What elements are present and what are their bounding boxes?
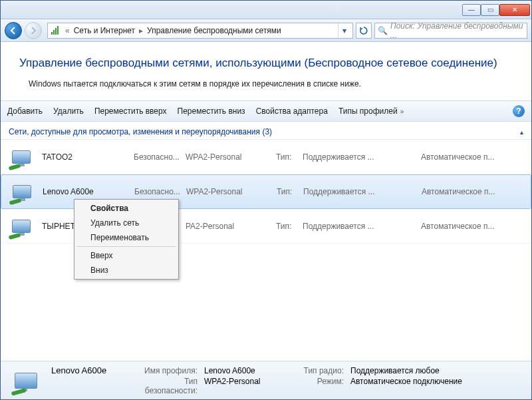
network-name: TATOO2 xyxy=(42,152,128,162)
arrow-right-icon xyxy=(29,27,37,35)
type-label: Тип: xyxy=(277,187,298,196)
network-icon xyxy=(6,213,37,240)
profile-name-label: Имя профиля: xyxy=(131,366,198,375)
title-bar: — ▭ ✕ xyxy=(1,1,531,19)
svg-rect-1 xyxy=(53,30,55,35)
security-value: WPA2-Personal xyxy=(186,187,271,196)
address-dropdown[interactable]: ▾ xyxy=(338,23,350,38)
help-button[interactable]: ? xyxy=(513,105,525,117)
network-icon xyxy=(6,144,37,170)
ctx-separator xyxy=(77,246,176,247)
refresh-button[interactable] xyxy=(356,23,372,39)
svg-rect-2 xyxy=(55,28,57,35)
command-bar: Добавить Удалить Переместить вверх Перем… xyxy=(1,100,531,122)
type-value: Поддерживается ... xyxy=(303,187,390,196)
details-name: Lenovo A600e xyxy=(51,365,124,375)
ctx-move-down[interactable]: Вниз xyxy=(76,263,177,278)
security-type-value: WPA2-Personal xyxy=(204,377,284,386)
forward-button xyxy=(25,22,42,39)
arrow-left-icon xyxy=(9,27,17,35)
type-label: Тип: xyxy=(276,222,297,231)
remove-button[interactable]: Удалить xyxy=(53,106,84,116)
adapter-properties-button[interactable]: Свойства адаптера xyxy=(256,106,328,116)
search-placeholder: Поиск: Управление беспроводными ... xyxy=(390,21,524,40)
security-label: Безопасно... xyxy=(134,152,180,162)
minimize-button[interactable]: — xyxy=(462,4,481,16)
radio-type-label: Тип радио: xyxy=(291,366,344,375)
details-pane: Lenovo A600e Имя профиля: Lenovo A600e Т… xyxy=(1,361,531,399)
search-input[interactable]: 🔍 Поиск: Управление беспроводными ... xyxy=(374,23,527,39)
svg-rect-3 xyxy=(57,26,59,35)
security-value: WPA2-Personal xyxy=(186,152,271,162)
window-buttons: — ▭ ✕ xyxy=(462,4,530,16)
group-header: Сети, доступные для просмотра, изменения… xyxy=(1,122,531,140)
mode-value: Автоматическое подключение xyxy=(350,377,462,386)
ctx-rename[interactable]: Переименовать xyxy=(76,230,177,245)
ctx-delete-network[interactable]: Удалить сеть xyxy=(76,216,177,230)
auto-connect: Автоматическое п... xyxy=(394,222,526,231)
breadcrumb-manage-wireless[interactable]: Управление беспроводными сетями xyxy=(147,26,281,35)
close-button[interactable]: ✕ xyxy=(499,4,530,16)
refresh-icon xyxy=(359,26,368,35)
context-menu: Свойства Удалить сеть Переименовать Ввер… xyxy=(74,199,179,280)
mode-label: Режим: xyxy=(291,377,344,386)
nav-bar: « Сеть и Интернет ▸ Управление беспровод… xyxy=(1,19,531,42)
type-label: Тип: xyxy=(276,152,297,162)
add-button[interactable]: Добавить xyxy=(7,106,43,116)
security-type-label: Тип безопасности: xyxy=(131,377,198,395)
breadcrumb-sep-icon: ▸ xyxy=(139,26,143,35)
back-button[interactable] xyxy=(5,22,22,39)
type-value: Поддерживается ... xyxy=(303,222,389,231)
svg-rect-0 xyxy=(51,32,53,35)
address-bar[interactable]: « Сеть и Интернет ▸ Управление беспровод… xyxy=(47,23,353,39)
breadcrumb-prefix: « xyxy=(65,26,70,35)
auto-connect: Автоматическое п... xyxy=(394,152,526,162)
profile-name-value: Lenovo A600e xyxy=(204,366,284,375)
security-value: PA2-Personal xyxy=(186,222,271,231)
group-header-label: Сети, доступные для просмотра, изменения… xyxy=(9,127,272,136)
search-icon: 🔍 xyxy=(378,26,388,35)
maximize-button[interactable]: ▭ xyxy=(481,4,499,16)
page-description: Windows пытается подключаться к этим сет… xyxy=(1,77,531,100)
toolbar-overflow[interactable]: » xyxy=(400,108,404,115)
security-label: Безопасно... xyxy=(134,187,181,196)
move-down-button[interactable]: Переместить вниз xyxy=(178,106,245,116)
explorer-window: — ▭ ✕ « Сеть и Интернет ▸ Управление бес… xyxy=(0,0,532,400)
list-item[interactable]: TATOO2 Безопасно... WPA2-Personal Тип: П… xyxy=(1,140,531,174)
move-up-button[interactable]: Переместить вверх xyxy=(94,106,167,116)
auto-connect: Автоматическое п... xyxy=(395,187,525,196)
radio-type-value: Поддерживается любое xyxy=(350,366,440,375)
wireless-icon xyxy=(51,25,61,36)
ctx-move-up[interactable]: Вверх xyxy=(76,248,177,263)
network-icon xyxy=(7,178,37,205)
page-title: Управление беспроводными сетями, использ… xyxy=(1,42,531,77)
profile-types-button[interactable]: Типы профилей xyxy=(338,106,398,116)
network-name: Lenovo A600e xyxy=(43,187,129,196)
ctx-properties[interactable]: Свойства xyxy=(76,201,177,216)
breadcrumb-network-internet[interactable]: Сеть и Интернет xyxy=(74,26,135,35)
type-value: Поддерживается ... xyxy=(303,152,389,162)
collapse-icon[interactable]: ▴ xyxy=(520,128,523,136)
network-icon xyxy=(9,366,43,395)
